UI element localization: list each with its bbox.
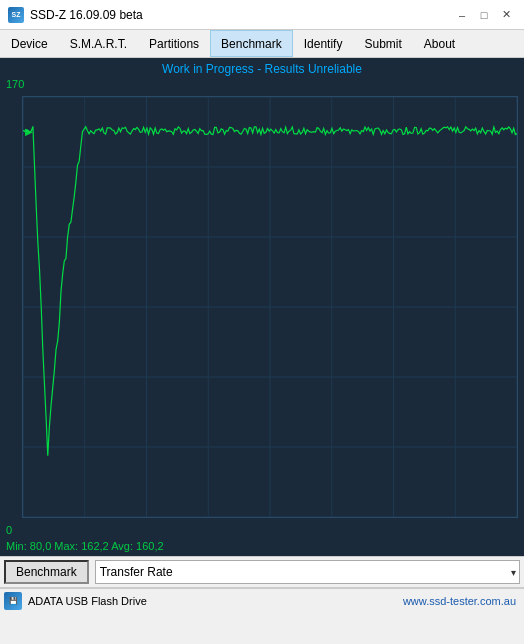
app-icon: SZ	[8, 7, 24, 23]
menu-item-about[interactable]: About	[413, 30, 466, 57]
menu-item-identify[interactable]: Identify	[293, 30, 354, 57]
title-bar-buttons: – □ ✕	[452, 5, 516, 25]
app-icon-text: SZ	[12, 11, 21, 18]
bottom-toolbar: Benchmark Transfer Rate ▾	[0, 556, 524, 588]
status-drive-label: ADATA USB Flash Drive	[28, 595, 397, 607]
title-bar-text: SSD-Z 16.09.09 beta	[30, 8, 452, 22]
status-drive-icon: 💾	[4, 592, 22, 610]
menu-item-benchmark[interactable]: Benchmark	[210, 30, 293, 57]
chart-stats: Min: 80,0 Max: 162,2 Avg: 160,2	[6, 540, 164, 552]
chart-svg: ▶	[23, 97, 517, 517]
menu-item-device[interactable]: Device	[0, 30, 59, 57]
benchmark-button[interactable]: Benchmark	[4, 560, 89, 584]
status-icon-text: 💾	[9, 597, 18, 605]
close-button[interactable]: ✕	[496, 5, 516, 25]
menu-item-submit[interactable]: Submit	[353, 30, 412, 57]
transfer-rate-select[interactable]: Transfer Rate	[95, 560, 520, 584]
maximize-button[interactable]: □	[474, 5, 494, 25]
main-chart-area: Work in Progress - Results Unreliable 17…	[0, 58, 524, 556]
menu-item-partitions[interactable]: Partitions	[138, 30, 210, 57]
chart-y-label-top: 170	[6, 78, 24, 90]
menu-item-smart[interactable]: S.M.A.R.T.	[59, 30, 138, 57]
chart-area: Work in Progress - Results Unreliable 17…	[0, 58, 524, 556]
title-bar: SZ SSD-Z 16.09.09 beta – □ ✕	[0, 0, 524, 30]
chart-y-label-bottom: 0	[6, 524, 12, 536]
chart-title: Work in Progress - Results Unreliable	[0, 62, 524, 76]
status-bar: 💾 ADATA USB Flash Drive www.ssd-tester.c…	[0, 588, 524, 612]
minimize-button[interactable]: –	[452, 5, 472, 25]
chart-grid: ▶	[22, 96, 518, 518]
transfer-rate-select-wrapper: Transfer Rate ▾	[95, 560, 520, 584]
status-url: www.ssd-tester.com.au	[403, 595, 516, 607]
menu-bar: Device S.M.A.R.T. Partitions Benchmark I…	[0, 30, 524, 58]
